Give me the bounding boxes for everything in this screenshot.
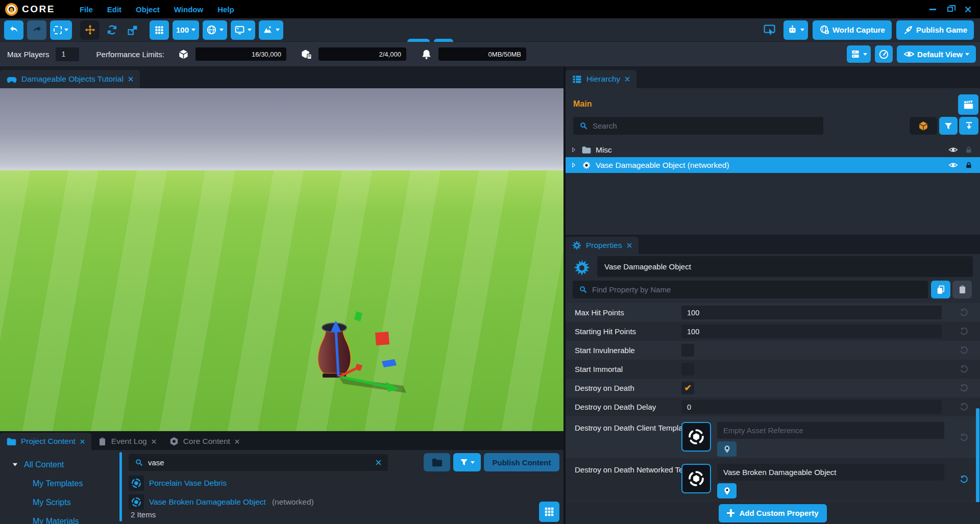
client-template-slot[interactable] <box>681 422 711 452</box>
redo-button[interactable] <box>27 20 46 40</box>
tree-item-my-templates[interactable]: My Templates <box>0 474 118 493</box>
expand-icon[interactable] <box>570 146 577 154</box>
preview-mode-dropdown[interactable] <box>783 20 808 40</box>
object-name-input[interactable] <box>597 256 973 277</box>
hierarchy-filter-button[interactable] <box>939 117 958 135</box>
rotate-tool-button[interactable] <box>103 20 120 40</box>
terrain-tools-dropdown[interactable] <box>259 20 283 40</box>
close-icon[interactable] <box>128 76 134 82</box>
tab-properties[interactable]: Properties <box>566 237 639 254</box>
content-search[interactable] <box>129 454 388 471</box>
list-item[interactable]: Porcelain Vase Debris <box>129 473 314 492</box>
max-hit-points-input[interactable] <box>681 306 942 319</box>
visibility-eye-icon[interactable] <box>948 145 958 155</box>
grid-view-button[interactable] <box>539 502 559 522</box>
publish-content-button[interactable]: Publish Content <box>484 453 559 471</box>
reset-icon[interactable] <box>959 475 969 484</box>
reset-icon[interactable] <box>959 433 969 442</box>
hierarchy-search[interactable] <box>573 117 823 135</box>
undo-button[interactable] <box>4 20 23 40</box>
world-tools-dropdown[interactable] <box>203 20 227 40</box>
tab-core-content[interactable]: Core Content <box>163 433 246 450</box>
properties-tab-label: Properties <box>586 241 622 250</box>
viewport-canvas[interactable] <box>0 88 564 431</box>
menu-window[interactable]: Window <box>174 5 203 14</box>
content-search-input[interactable] <box>148 458 371 467</box>
tab-viewport[interactable]: Damageable Objects Tutorial <box>0 70 140 88</box>
starting-hit-points-input[interactable] <box>681 325 942 338</box>
screen-cursor-icon[interactable] <box>763 23 776 36</box>
networked-template-slot[interactable] <box>681 464 711 493</box>
tree-item-my-materials[interactable]: My Materials <box>0 512 118 524</box>
networked-template-value[interactable]: Vase Broken Damageable Object <box>717 464 944 481</box>
publish-game-button[interactable]: Publish Game <box>896 20 974 40</box>
menu-file[interactable]: File <box>80 5 93 14</box>
menu-edit[interactable]: Edit <box>107 5 121 14</box>
copy-properties-button[interactable] <box>931 281 950 298</box>
gizmo-green-handle[interactable] <box>354 311 362 321</box>
selection-mode-dropdown[interactable] <box>50 20 72 40</box>
reset-icon[interactable] <box>959 308 969 317</box>
default-view-dropdown[interactable]: Default View <box>897 45 976 63</box>
hierarchy-search-input[interactable] <box>593 121 817 130</box>
paste-properties-button[interactable] <box>952 281 972 298</box>
tab-event-log[interactable]: Event Log <box>91 433 163 450</box>
reset-icon[interactable] <box>959 364 969 374</box>
restore-button[interactable] <box>947 7 953 12</box>
hierarchy-row-misc[interactable]: Misc <box>566 142 980 157</box>
visibility-eye-icon[interactable] <box>948 160 958 170</box>
world-capture-button[interactable]: World Capture <box>813 20 892 40</box>
screen-tools-dropdown[interactable] <box>231 20 255 40</box>
properties-scrollbar[interactable] <box>976 408 979 505</box>
grid-snap-button[interactable] <box>150 20 169 40</box>
list-item[interactable]: Vase Broken Damageable Object (networked… <box>129 492 314 511</box>
clear-search-icon[interactable] <box>375 459 382 466</box>
menu-object[interactable]: Object <box>136 5 160 14</box>
start-invulnerable-checkbox[interactable] <box>681 344 694 357</box>
lock-icon[interactable] <box>965 146 973 154</box>
close-button[interactable] <box>964 6 972 13</box>
reset-icon[interactable] <box>959 327 969 336</box>
save-view-dropdown[interactable] <box>847 45 871 63</box>
property-search[interactable] <box>573 281 928 298</box>
reset-icon[interactable] <box>959 383 969 393</box>
client-template-value[interactable]: Empty Asset Reference <box>717 422 944 439</box>
start-immortal-checkbox[interactable] <box>681 363 694 376</box>
client-template-find-button[interactable] <box>717 441 737 457</box>
gizmo-blue-handle[interactable] <box>382 359 397 367</box>
menu-help[interactable]: Help <box>217 5 234 14</box>
close-icon[interactable] <box>151 439 157 444</box>
close-icon[interactable] <box>624 76 630 82</box>
scene-capture-button[interactable] <box>958 94 978 115</box>
close-icon[interactable] <box>626 242 632 248</box>
tree-item-my-scripts[interactable]: My Scripts <box>0 493 118 512</box>
grid-size-dropdown[interactable]: 100 <box>173 20 199 40</box>
vase-object[interactable] <box>286 301 439 403</box>
content-filter-dropdown[interactable] <box>453 453 481 471</box>
gizmo-red-cube-handle[interactable] <box>375 332 389 345</box>
max-players-input[interactable] <box>56 47 79 61</box>
networked-template-find-button[interactable] <box>717 483 737 498</box>
add-custom-property-button[interactable]: Add Custom Property <box>719 504 826 522</box>
performance-view-button[interactable] <box>875 45 893 63</box>
tree-scrollbar[interactable] <box>119 452 122 521</box>
property-search-input[interactable] <box>592 285 922 294</box>
import-button[interactable] <box>959 117 978 135</box>
destroy-on-death-checkbox[interactable]: ✔ <box>681 382 694 394</box>
hierarchy-row-vase-damageable-object[interactable]: Vase Damageable Object (networked) <box>566 157 980 173</box>
new-folder-button[interactable] <box>424 453 450 471</box>
scale-tool-button[interactable] <box>124 20 141 40</box>
destroy-on-death-delay-input[interactable] <box>681 400 942 414</box>
tab-hierarchy[interactable]: Hierarchy <box>566 70 636 88</box>
show-objects-button[interactable] <box>910 117 937 135</box>
close-icon[interactable] <box>80 439 85 444</box>
lock-icon[interactable] <box>965 161 973 169</box>
reset-icon[interactable] <box>959 402 969 412</box>
close-icon[interactable] <box>234 439 240 444</box>
expand-icon[interactable] <box>570 161 577 169</box>
move-tool-button[interactable] <box>80 20 100 40</box>
tree-item-all-content[interactable]: All Content <box>0 455 118 474</box>
minimize-button[interactable] <box>929 9 936 10</box>
reset-icon[interactable] <box>959 345 969 355</box>
tab-project-content[interactable]: Project Content <box>0 433 91 450</box>
